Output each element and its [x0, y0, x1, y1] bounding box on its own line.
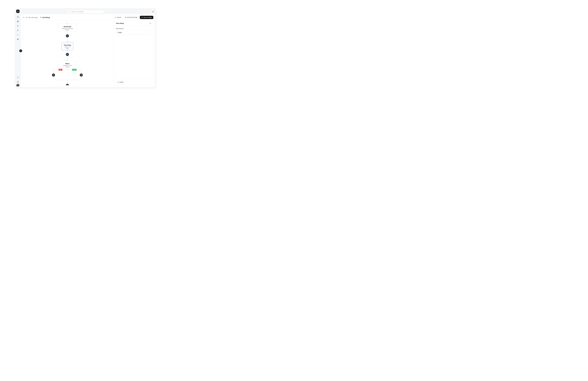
- content-header: New Message / Set Ruling: [21, 14, 155, 21]
- svg-rect-5: [18, 39, 19, 40]
- add-branch-no-button[interactable]: [52, 73, 55, 77]
- app-frame: art one Search for anything: [15, 8, 156, 88]
- mail-icon: [125, 17, 126, 18]
- add-branch-yes-button[interactable]: [80, 73, 83, 77]
- notifications-button[interactable]: [151, 10, 154, 13]
- node-card: If/Else Condition on the Contact: [59, 61, 76, 69]
- content-card: New Message / Set Ruling: [21, 14, 155, 87]
- node-card: Send Email "Welcome to Artone Studio": [58, 24, 77, 32]
- node-card-selected: Time Delay Wait for 2 days: [62, 42, 73, 50]
- svg-rect-3: [18, 39, 19, 39]
- nav-bolt[interactable]: [16, 24, 20, 28]
- plus-icon: [67, 35, 68, 37]
- branch-yes-pill: Yes: [72, 69, 77, 71]
- main-area: Search for anything: [21, 8, 156, 88]
- search-input[interactable]: Search for anything: [67, 10, 104, 13]
- plus-icon: [67, 85, 68, 85]
- svg-rect-4: [17, 39, 18, 40]
- node-title: Send Email: [60, 26, 75, 27]
- panel-title: Time Delay: [116, 22, 124, 24]
- chevron-left-icon: [23, 17, 24, 18]
- globe-icon: [17, 21, 19, 22]
- x-icon: [150, 23, 151, 24]
- flow-node-if-else[interactable]: If/Else Condition on the Contact: [59, 60, 76, 69]
- add-step-button[interactable]: [66, 53, 69, 56]
- nav-apps[interactable]: [16, 37, 20, 42]
- send-test-label: Send Test Email: [127, 17, 137, 18]
- plus-icon: [67, 54, 68, 55]
- connector-line: [81, 70, 81, 73]
- search-icon: [69, 11, 70, 13]
- panel-footer: Delete: [114, 79, 153, 85]
- sidebar: art one: [15, 8, 21, 88]
- chart-icon: [17, 34, 19, 36]
- node-title: Time Delay: [63, 44, 71, 46]
- svg-point-6: [18, 77, 18, 78]
- app-logo[interactable]: [16, 10, 20, 13]
- field-label-text: Set Amount: [116, 28, 123, 29]
- workspace-badge[interactable]: art one: [17, 81, 19, 83]
- field-label: Set Amount *: [116, 28, 151, 29]
- trash-icon: [117, 82, 119, 83]
- send-test-button[interactable]: Send Test Email: [124, 16, 139, 19]
- panel-header: Time Delay: [114, 21, 153, 26]
- content-body: Send Email "Welcome to Artone Studio": [21, 21, 155, 87]
- amount-select[interactable]: 2 days: [116, 30, 151, 34]
- nav-inbox[interactable]: [16, 15, 20, 19]
- breadcrumb: New Message / Set Ruling: [26, 17, 50, 18]
- check-circle-icon: [17, 10, 19, 12]
- properties-panel: Time Delay Set Amount *: [114, 21, 153, 85]
- notification-badge: [153, 11, 154, 12]
- user-avatar[interactable]: [17, 84, 19, 87]
- sidebar-bottom: art one: [15, 75, 21, 87]
- connector-line: [53, 70, 54, 73]
- breadcrumb-current-label: Set Ruling: [42, 17, 50, 18]
- top-bar: Search for anything: [21, 9, 155, 14]
- plus-icon: [53, 74, 54, 76]
- nav-globe[interactable]: [16, 19, 20, 23]
- connector-line: [67, 49, 67, 53]
- search-placeholder: Search for anything: [71, 11, 83, 13]
- back-button[interactable]: [22, 16, 25, 19]
- svg-rect-2: [17, 39, 18, 39]
- flow-node-send-email[interactable]: Send Email "Welcome to Artone Studio": [58, 22, 77, 32]
- connector-line: [67, 31, 67, 34]
- amount-value: 2 days: [117, 32, 122, 33]
- svg-point-9: [69, 11, 70, 12]
- node-subtitle: Wait for 2 days: [63, 46, 71, 49]
- presence-dot: [19, 86, 20, 87]
- inbox-icon: [17, 16, 19, 18]
- x-icon: [115, 17, 116, 18]
- sidebar-expand-button[interactable]: [19, 49, 22, 52]
- delete-label: Delete: [120, 81, 124, 83]
- sparkle-icon: [40, 17, 42, 18]
- connector-line: [67, 68, 67, 70]
- chevron-updown-icon: [148, 32, 150, 33]
- add-step-button[interactable]: [66, 84, 69, 85]
- workspace-line2: one: [17, 82, 19, 83]
- delete-button[interactable]: Delete: [116, 81, 125, 84]
- flow-node-time-delay[interactable]: Time Delay Wait for 2 days: [62, 41, 73, 50]
- chevron-right-icon: [20, 50, 21, 51]
- header-actions: Cancel Send Test Email Save & Apply: [113, 16, 153, 19]
- breadcrumb-separator: /: [39, 17, 39, 18]
- add-step-button[interactable]: [66, 34, 69, 37]
- connector-line: [67, 56, 67, 60]
- node-subtitle: "Welcome to Artone Studio": [60, 28, 75, 31]
- flow-canvas[interactable]: Send Email "Welcome to Artone Studio": [22, 21, 112, 85]
- save-apply-button[interactable]: Save & Apply: [140, 16, 153, 19]
- nav-settings[interactable]: [16, 75, 20, 80]
- breadcrumb-prev[interactable]: New Message: [26, 17, 38, 18]
- branch-no-pill: No: [59, 69, 63, 71]
- svg-rect-10: [26, 17, 27, 18]
- cancel-button[interactable]: Cancel: [113, 16, 123, 19]
- close-panel-button[interactable]: [149, 22, 151, 24]
- gear-icon: [17, 76, 19, 78]
- check-circle-icon: [141, 17, 143, 18]
- breadcrumb-prev-label: New Message: [28, 17, 38, 18]
- svg-rect-11: [125, 17, 126, 18]
- nav-send[interactable]: [16, 28, 20, 32]
- breadcrumb-current: Set Ruling: [40, 17, 50, 18]
- connector-line: [67, 37, 67, 41]
- nav-analytics[interactable]: [16, 33, 20, 37]
